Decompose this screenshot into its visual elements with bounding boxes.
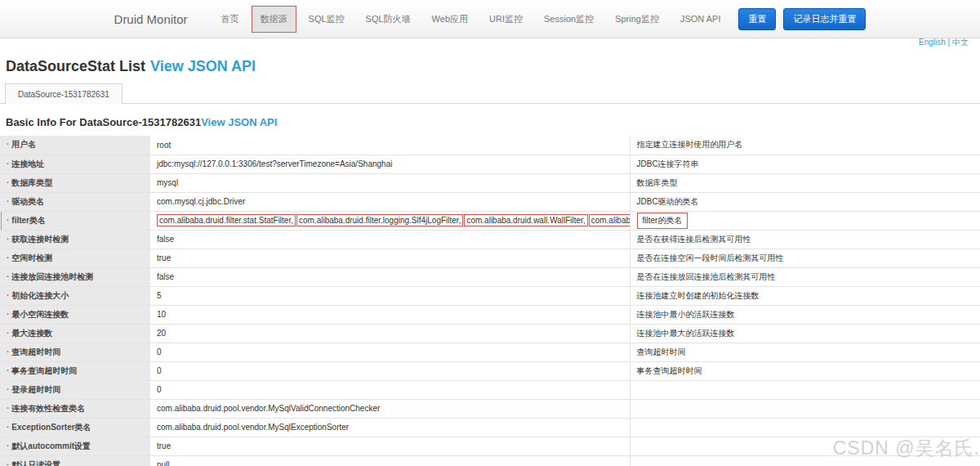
table-row: ·连接放回连接池时检测 false 是否在连接放回连接池后检测其可用性 — [0, 267, 980, 286]
table-row: ·连接有效性检查类名 com.alibaba.druid.pool.vendor… — [0, 399, 980, 418]
page-title: DataSourceStat ListView JSON API — [6, 58, 980, 75]
nav-menu: 首页数据源SQL监控SQL防火墙Web应用URI监控Session监控Sprin… — [211, 6, 732, 33]
bullet-icon: · — [7, 253, 9, 262]
row-desc: JDBC驱动的类名 — [630, 192, 980, 211]
bullet-icon: · — [7, 178, 9, 187]
row-value: true — [150, 249, 630, 267]
row-label: 连接放回连接池时检测 — [11, 272, 93, 281]
row-desc: 数据库类型 — [630, 173, 980, 192]
section-view-json-api-link[interactable]: View JSON API — [201, 116, 277, 128]
row-label-cell: ·数据库类型 — [0, 173, 150, 192]
nav-item-Spring监控[interactable]: Spring监控 — [606, 6, 668, 33]
row-label: 空闲时检测 — [11, 253, 52, 262]
row-label-cell: ·获取连接时检测 — [0, 230, 150, 249]
nav-item-数据源[interactable]: 数据源 — [252, 6, 296, 33]
row-desc: JDBC连接字符串 — [630, 155, 980, 173]
nav-item-URI监控[interactable]: URI监控 — [480, 6, 532, 33]
table-row: ·ExceptionSorter类名 com.alibaba.druid.poo… — [0, 418, 980, 437]
bullet-icon: · — [7, 423, 9, 432]
row-desc: 是否在获得连接后检测其可用性 — [630, 230, 980, 249]
row-label: 获取连接时检测 — [11, 235, 69, 244]
bullet-icon: · — [7, 385, 9, 394]
row-label: 初始化连接大小 — [11, 291, 69, 300]
row-desc: 事务查询超时时间 — [630, 361, 980, 380]
row-value: 20 — [150, 324, 630, 343]
filter-class-chip: com.alibaba.druid.wall.WallFilter, — [464, 214, 587, 226]
nav-buttons: 重置记录日志并重置 — [731, 8, 866, 30]
table-row: ·数据库类型 mysql 数据库类型 — [0, 173, 980, 192]
language-switcher[interactable]: English | 中文 — [919, 37, 969, 48]
bullet-icon: · — [7, 197, 9, 206]
desc-annotation-box: filter的类名 — [637, 213, 688, 229]
row-label: 查询超时时间 — [11, 347, 60, 356]
row-label-cell: ·事务查询超时时间 — [0, 361, 150, 380]
row-label-cell: ·ExceptionSorter类名 — [0, 418, 150, 437]
bullet-icon: · — [7, 235, 9, 244]
bullet-icon: · — [7, 272, 9, 281]
view-json-api-link[interactable]: View JSON API — [150, 58, 256, 74]
nav-item-Session监控[interactable]: Session监控 — [535, 6, 603, 33]
page-title-text: DataSourceStat List — [6, 58, 145, 74]
row-value: jdbc:mysql://127.0.0.1:3306/test?serverT… — [150, 155, 630, 173]
row-value: false — [150, 267, 630, 286]
filter-class-chip: com.alibaba.druid.filter.logging.Slf4jLo… — [296, 214, 463, 226]
table-row: ·空闲时检测 true 是否在连接空闲一段时间后检测其可用性 — [0, 249, 980, 267]
row-label-cell: ·用户名 — [0, 136, 150, 155]
row-desc — [630, 418, 980, 437]
bullet-icon: · — [7, 404, 9, 413]
table-row: ·登录超时时间 0 — [0, 380, 980, 399]
row-desc: 连接池建立时创建的初始化连接数 — [630, 286, 980, 305]
row-desc: 是否在连接空闲一段时间后检测其可用性 — [630, 249, 980, 267]
section-title-text: Basic Info For DataSource-1531782631 — [6, 116, 201, 128]
table-row: ·事务查询超时时间 0 事务查询超时时间 — [0, 361, 980, 380]
tab-bar: DataSource-1531782631 — [0, 83, 980, 104]
nav-button[interactable]: 重置 — [738, 8, 776, 30]
row-value: 10 — [150, 305, 630, 324]
nav-button[interactable]: 记录日志并重置 — [783, 8, 866, 30]
bullet-icon: · — [7, 310, 9, 319]
row-label-cell: ·驱动类名 — [0, 192, 150, 211]
nav-item-JSON API[interactable]: JSON API — [671, 7, 730, 31]
row-label: 默认autocommit设置 — [11, 441, 91, 450]
row-label: 连接地址 — [11, 159, 44, 168]
bullet-icon: · — [7, 460, 9, 466]
row-value: root — [150, 136, 630, 155]
table-row: ·默认autocommit设置 true — [0, 437, 980, 455]
top-navbar: Druid Monitor 首页数据源SQL监控SQL防火墙Web应用URI监控… — [0, 0, 980, 38]
table-row: ·默认只读设置 null — [0, 455, 980, 466]
row-label: 默认只读设置 — [11, 460, 60, 466]
row-desc — [630, 380, 980, 399]
table-row: ·最大连接数 20 连接池中最大的活跃连接数 — [0, 324, 980, 343]
basic-info-table: ·用户名 root 指定建立连接时使用的用户名 ·连接地址 jdbc:mysql… — [0, 136, 980, 466]
nav-item-Web应用[interactable]: Web应用 — [423, 6, 477, 33]
row-label-cell: ·初始化连接大小 — [0, 286, 150, 305]
app-brand: Druid Monitor — [114, 12, 188, 26]
row-value: com.alibaba.druid.pool.vendor.MySqlValid… — [150, 399, 630, 418]
bullet-icon: · — [7, 159, 9, 168]
row-value: 0 — [150, 361, 630, 380]
row-label: 最大连接数 — [11, 329, 52, 338]
nav-item-SQL防火墙[interactable]: SQL防火墙 — [357, 6, 420, 33]
bullet-icon: · — [7, 216, 9, 225]
row-value: com.mysql.cj.jdbc.Driver — [150, 192, 630, 211]
row-desc: 连接池中最大的活跃连接数 — [630, 324, 980, 343]
table-row: ·filter类名 com.alibaba.druid.filter.stat.… — [0, 211, 980, 230]
table-row: ·最小空闲连接数 10 连接池中最小的活跃连接数 — [0, 305, 980, 324]
row-desc: 查询超时时间 — [630, 343, 980, 361]
table-row: ·获取连接时检测 false 是否在获得连接后检测其可用性 — [0, 230, 980, 249]
row-desc — [630, 399, 980, 418]
row-desc: 连接池中最小的活跃连接数 — [630, 305, 980, 324]
row-value: true — [150, 437, 630, 455]
row-label: 登录超时时间 — [11, 385, 60, 394]
row-value: null — [150, 455, 630, 466]
tab-datasource[interactable]: DataSource-1531782631 — [5, 83, 122, 105]
row-desc — [630, 455, 980, 466]
nav-item-SQL监控[interactable]: SQL监控 — [300, 6, 354, 33]
row-value: com.alibaba.druid.pool.vendor.MySqlExcep… — [150, 418, 630, 437]
nav-item-首页[interactable]: 首页 — [212, 6, 248, 33]
row-desc: 是否在连接放回连接池后检测其可用性 — [630, 267, 980, 286]
table-row: ·初始化连接大小 5 连接池建立时创建的初始化连接数 — [0, 286, 980, 305]
row-label: 用户名 — [11, 140, 36, 149]
row-value: 0 — [150, 343, 630, 361]
row-value: 0 — [150, 380, 630, 399]
